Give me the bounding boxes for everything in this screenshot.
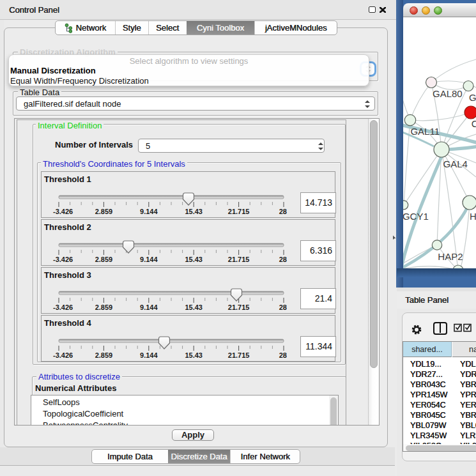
svg-text:21.715: 21.715 bbox=[228, 351, 250, 359]
svg-text:GAL80: GAL80 bbox=[433, 88, 463, 99]
svg-text:-3.426: -3.426 bbox=[53, 256, 73, 263]
svg-text:28: 28 bbox=[279, 303, 287, 311]
svg-text:HA: HA bbox=[470, 211, 476, 222]
svg-text:15.43: 15.43 bbox=[185, 303, 203, 311]
svg-text:GA: GA bbox=[469, 92, 476, 103]
svg-text:9.144: 9.144 bbox=[140, 303, 158, 311]
svg-text:15.43: 15.43 bbox=[185, 208, 203, 215]
svg-text:-3.426: -3.426 bbox=[53, 303, 73, 311]
svg-text:9.144: 9.144 bbox=[140, 256, 158, 263]
svg-text:-3.426: -3.426 bbox=[53, 351, 73, 359]
svg-text:HAP2: HAP2 bbox=[438, 251, 463, 262]
svg-text:21.715: 21.715 bbox=[228, 256, 250, 263]
svg-text:28: 28 bbox=[279, 208, 287, 215]
svg-text:21.715: 21.715 bbox=[228, 303, 250, 311]
svg-text:-3.426: -3.426 bbox=[53, 208, 73, 215]
svg-text:2.859: 2.859 bbox=[95, 208, 113, 215]
svg-text:9.144: 9.144 bbox=[140, 351, 158, 359]
svg-text:GCY1: GCY1 bbox=[403, 211, 429, 222]
svg-text:GAL4: GAL4 bbox=[443, 158, 468, 169]
svg-text:28: 28 bbox=[279, 351, 287, 359]
svg-text:15.43: 15.43 bbox=[185, 351, 203, 359]
svg-text:28: 28 bbox=[279, 256, 287, 263]
svg-text:15.43: 15.43 bbox=[185, 256, 203, 263]
svg-text:21.715: 21.715 bbox=[228, 208, 250, 215]
svg-text:2.859: 2.859 bbox=[95, 256, 113, 263]
svg-text:CY: CY bbox=[472, 118, 476, 129]
svg-text:2.859: 2.859 bbox=[95, 303, 113, 311]
svg-text:9.144: 9.144 bbox=[140, 208, 158, 215]
svg-text:2.859: 2.859 bbox=[95, 351, 113, 359]
svg-text:GAL11: GAL11 bbox=[410, 126, 440, 137]
